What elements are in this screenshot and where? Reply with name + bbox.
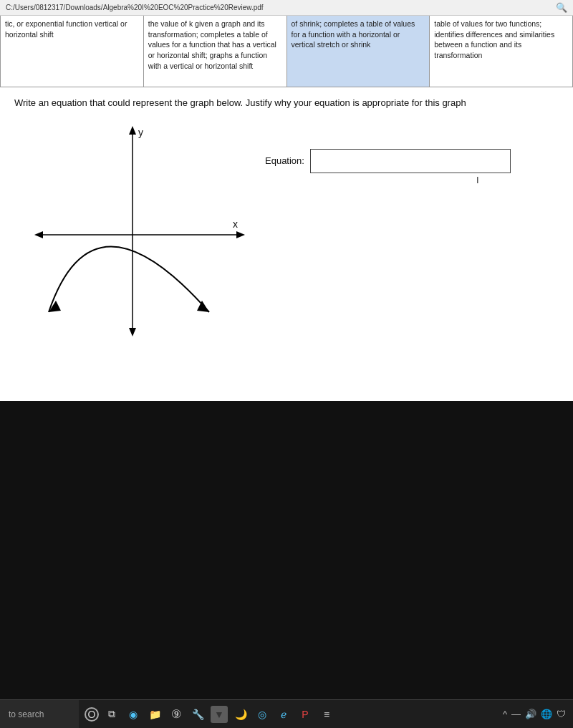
- table-cell-2: the value of k given a graph and its tra…: [144, 16, 287, 87]
- graph-svg: y x: [21, 120, 251, 349]
- app-button1[interactable]: ◎: [254, 706, 271, 723]
- search-box-text: to search: [9, 709, 44, 719]
- tray-caret[interactable]: ^: [503, 709, 507, 719]
- menu-button[interactable]: ≡: [318, 706, 335, 723]
- equation-row: Equation:: [265, 149, 511, 173]
- svg-text:x: x: [233, 218, 238, 230]
- title-bar: C:/Users/0812317/Downloads/Algebra%20I%2…: [0, 0, 573, 16]
- table-cell-4: table of values for two functions; ident…: [430, 16, 572, 87]
- file-explorer-button[interactable]: 📁: [146, 706, 163, 723]
- graph-equation-area: y x Equation: I: [14, 120, 559, 349]
- svg-marker-4: [236, 231, 245, 238]
- svg-marker-5: [34, 231, 43, 238]
- start-button[interactable]: O: [85, 707, 99, 722]
- search-box[interactable]: to search: [0, 700, 79, 728]
- system-tray: ^ — 🔊 🌐 🛡: [503, 709, 573, 719]
- equation-label: Equation:: [265, 155, 304, 166]
- cursor-indicator: I: [476, 175, 511, 185]
- media-button[interactable]: 🌙: [232, 706, 249, 723]
- tray-network[interactable]: 🌐: [541, 709, 552, 719]
- dark-area: [0, 401, 573, 699]
- tray-speaker[interactable]: 🔊: [525, 709, 536, 719]
- equation-input[interactable]: [310, 149, 511, 173]
- powerpoint-button[interactable]: P: [297, 706, 314, 723]
- question-text: Write an equation that could represent t…: [14, 96, 559, 110]
- equation-area: Equation: I: [265, 120, 511, 185]
- tray-security[interactable]: 🛡: [557, 709, 566, 719]
- svg-marker-1: [129, 126, 136, 135]
- taskbar: to search O ⧉ ◉ 📁 ⑨ 🔧 ▼ 🌙 ◎ ℯ P ≡ ^ — 🔊 …: [0, 699, 573, 728]
- table-cell-1: tic, or exponential function vertical or…: [1, 16, 144, 87]
- chrome-button[interactable]: ⑨: [168, 706, 185, 723]
- edge-button[interactable]: ◉: [125, 706, 142, 723]
- taskbar-icons: O ⧉ ◉ 📁 ⑨ 🔧 ▼ 🌙 ◎ ℯ P ≡: [85, 706, 335, 723]
- svg-marker-2: [129, 328, 136, 336]
- main-content: Write an equation that could represent t…: [0, 87, 573, 349]
- tray-dash: —: [511, 709, 521, 719]
- toolbar-button1[interactable]: 🔧: [189, 706, 206, 723]
- svg-text:y: y: [138, 127, 143, 138]
- file-path: C:/Users/0812317/Downloads/Algebra%20I%2…: [6, 4, 264, 11]
- svg-marker-9: [197, 301, 209, 312]
- graph-container: y x: [21, 120, 251, 349]
- search-icon[interactable]: 🔍: [556, 2, 567, 13]
- toolbar-button2[interactable]: ▼: [211, 706, 228, 723]
- table-section: tic, or exponential function vertical or…: [0, 16, 573, 87]
- ie-button[interactable]: ℯ: [275, 706, 292, 723]
- task-view-button[interactable]: ⧉: [103, 706, 120, 723]
- table-cell-3: of shrink; completes a table of values f…: [287, 16, 430, 87]
